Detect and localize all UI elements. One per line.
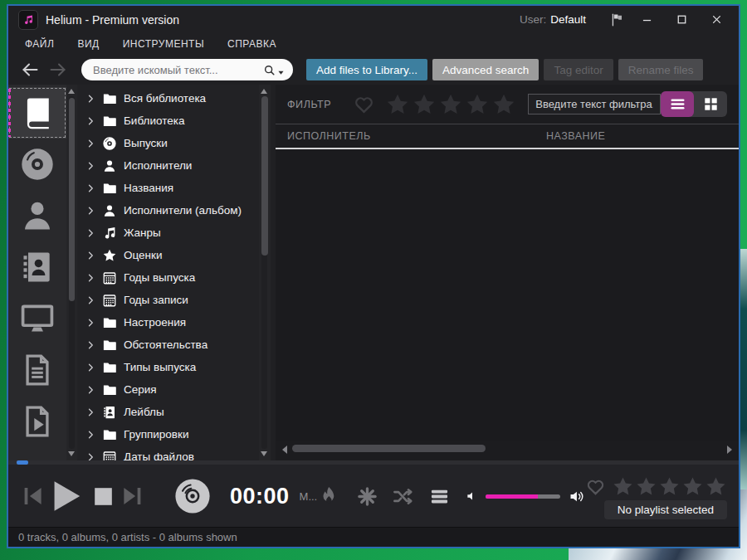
tree-item[interactable]: Оценки bbox=[77, 244, 259, 266]
search-icon[interactable] bbox=[262, 63, 276, 77]
menu-item-view[interactable]: ВИД bbox=[77, 38, 99, 50]
flag-icon[interactable] bbox=[609, 12, 626, 28]
stop-button[interactable] bbox=[90, 483, 117, 510]
volume-slider[interactable] bbox=[486, 494, 560, 499]
volume-max-icon[interactable] bbox=[568, 488, 585, 505]
back-arrow-icon[interactable] bbox=[20, 60, 40, 80]
star-icon[interactable] bbox=[438, 92, 463, 117]
chevron-right-icon[interactable] bbox=[85, 94, 95, 104]
tree-item[interactable]: Даты файлов bbox=[77, 446, 259, 460]
rail-scrollbar-thumb[interactable] bbox=[69, 98, 75, 301]
star-icon[interactable] bbox=[658, 475, 681, 498]
maximize-button[interactable] bbox=[667, 9, 696, 31]
playback-mode-label[interactable]: М... bbox=[300, 490, 318, 503]
star-icon[interactable] bbox=[491, 92, 516, 117]
tree-scrollbar[interactable] bbox=[259, 85, 271, 460]
tree-scrollbar-thumb[interactable] bbox=[261, 96, 268, 256]
tree-item[interactable]: Исполнители (альбом) bbox=[77, 199, 259, 222]
chevron-right-icon[interactable] bbox=[85, 407, 95, 417]
menu-item-file[interactable]: ФАЙЛ bbox=[25, 38, 54, 50]
flame-icon[interactable] bbox=[318, 485, 339, 507]
star-icon[interactable] bbox=[705, 475, 727, 498]
chevron-down-icon[interactable] bbox=[277, 69, 285, 76]
rail-item-releases[interactable] bbox=[8, 139, 66, 190]
rail-item-playlists[interactable] bbox=[8, 396, 66, 447]
asterisk-icon[interactable] bbox=[357, 486, 378, 507]
favorite-filter-icon[interactable] bbox=[353, 93, 375, 115]
tree-item[interactable]: Серия bbox=[77, 378, 259, 401]
advanced-search-button[interactable]: Advanced search bbox=[432, 59, 539, 80]
grid-view-button[interactable] bbox=[694, 91, 727, 117]
chevron-right-icon[interactable] bbox=[85, 452, 95, 461]
seek-bar[interactable] bbox=[8, 460, 739, 465]
column-artist[interactable]: ИСПОЛНИТЕЛЬ bbox=[287, 130, 546, 142]
minimize-button[interactable] bbox=[632, 9, 661, 31]
tree-item[interactable]: Вся библиотека bbox=[77, 87, 259, 110]
chevron-right-icon[interactable] bbox=[85, 385, 95, 395]
star-icon[interactable] bbox=[612, 475, 634, 498]
chevron-right-icon[interactable] bbox=[85, 206, 95, 216]
track-rating-stars[interactable] bbox=[612, 475, 727, 498]
chevron-right-icon[interactable] bbox=[85, 363, 95, 373]
tree-item[interactable]: Жанры bbox=[77, 222, 259, 244]
user-value[interactable]: Default bbox=[550, 13, 586, 26]
chevron-right-icon[interactable] bbox=[85, 318, 95, 328]
add-files-button[interactable]: Add files to Library... bbox=[306, 59, 427, 80]
rail-item-files[interactable] bbox=[8, 344, 66, 396]
chevron-right-icon[interactable] bbox=[85, 139, 95, 149]
mute-icon[interactable] bbox=[465, 489, 478, 503]
tree-item[interactable]: Исполнители bbox=[77, 154, 259, 177]
rail-item-labels[interactable] bbox=[8, 241, 66, 293]
next-track-button[interactable] bbox=[120, 484, 145, 509]
chevron-right-icon[interactable] bbox=[85, 251, 95, 261]
favorite-track-icon[interactable] bbox=[585, 476, 606, 497]
rating-filter-stars[interactable] bbox=[385, 92, 516, 117]
tree-item[interactable]: Лейблы bbox=[77, 401, 259, 423]
tree-item[interactable]: Названия bbox=[77, 177, 259, 199]
star-icon[interactable] bbox=[635, 475, 657, 498]
star-icon[interactable] bbox=[412, 92, 437, 117]
star-icon[interactable] bbox=[681, 475, 704, 498]
tree-item[interactable]: Настроения bbox=[77, 311, 259, 334]
tree-item[interactable]: Обстоятельства bbox=[77, 334, 259, 356]
shuffle-button[interactable] bbox=[392, 485, 414, 508]
horizontal-scrollbar[interactable] bbox=[277, 443, 737, 455]
tree-item[interactable]: Группировки bbox=[77, 423, 259, 446]
chevron-right-icon[interactable] bbox=[85, 228, 95, 238]
scroll-up-icon[interactable] bbox=[261, 89, 267, 94]
chevron-right-icon[interactable] bbox=[85, 340, 95, 350]
scroll-down-icon[interactable] bbox=[68, 451, 75, 456]
chevron-right-icon[interactable] bbox=[85, 183, 95, 193]
tree-item[interactable]: Типы выпуска bbox=[77, 356, 259, 378]
search-input[interactable] bbox=[93, 64, 262, 76]
star-icon[interactable] bbox=[385, 92, 410, 117]
chevron-right-icon[interactable] bbox=[85, 295, 95, 305]
seek-handle[interactable] bbox=[17, 460, 28, 465]
list-view-button[interactable] bbox=[661, 91, 694, 117]
tree-item[interactable]: Библиотека bbox=[77, 110, 259, 132]
previous-track-button[interactable] bbox=[20, 484, 45, 509]
tree-item[interactable]: Годы записи bbox=[77, 289, 259, 311]
play-button[interactable] bbox=[46, 477, 85, 515]
scroll-up-icon[interactable] bbox=[68, 89, 75, 94]
playlist-status[interactable]: No playlist selected bbox=[604, 500, 727, 519]
tree-item[interactable]: Годы выпуска bbox=[77, 266, 259, 289]
tree-item[interactable]: Выпуски bbox=[77, 132, 259, 154]
chevron-right-icon[interactable] bbox=[85, 430, 95, 440]
chevron-right-icon[interactable] bbox=[85, 161, 95, 171]
rail-item-artists[interactable] bbox=[8, 190, 66, 241]
horizontal-scrollbar-thumb[interactable] bbox=[292, 445, 486, 452]
filter-text-input[interactable] bbox=[528, 94, 661, 114]
menu-item-tools[interactable]: ИНСТРУМЕНТЫ bbox=[123, 38, 204, 50]
rail-item-library[interactable] bbox=[8, 87, 66, 139]
chevron-right-icon[interactable] bbox=[85, 273, 95, 283]
scroll-left-icon[interactable] bbox=[282, 446, 287, 454]
rail-scrollbar[interactable] bbox=[66, 85, 77, 460]
queue-button[interactable] bbox=[428, 485, 451, 508]
star-icon[interactable] bbox=[465, 92, 490, 117]
chevron-right-icon[interactable] bbox=[85, 116, 95, 126]
scroll-down-icon[interactable] bbox=[261, 451, 267, 456]
rail-item-devices[interactable] bbox=[8, 293, 66, 344]
column-title[interactable]: НАЗВАНИЕ bbox=[546, 130, 605, 142]
close-button[interactable] bbox=[702, 9, 730, 31]
